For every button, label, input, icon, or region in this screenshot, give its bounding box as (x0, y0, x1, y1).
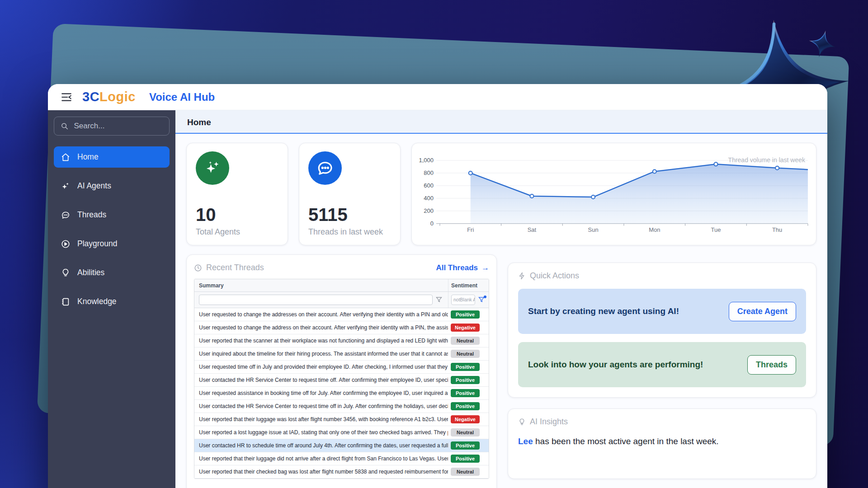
create-agent-text: Start by creating new agent using AI! (528, 306, 679, 316)
sidebar-item-playground[interactable]: Playground (54, 233, 170, 254)
threads-banner-text: Look into how your agents are performing… (528, 360, 703, 370)
table-row[interactable]: User requested time off in July and prov… (194, 361, 489, 374)
main-area: Home 10 Total Agents (175, 110, 827, 488)
table-header-row: Summary Sentiment (194, 279, 489, 292)
search-icon (61, 122, 68, 131)
thread-sentiment-cell: Neutral (448, 334, 489, 347)
threads-week-value: 5115 (308, 205, 391, 225)
thread-sentiment-cell: Neutral (448, 465, 489, 478)
x-axis-tick-label: Sat (528, 226, 537, 233)
thread-sentiment-cell: Positive (448, 387, 489, 399)
threads-button[interactable]: Threads (747, 355, 796, 375)
table-row[interactable]: User requested to change the addresses o… (194, 308, 489, 321)
column-header-sentiment[interactable]: Sentiment (448, 279, 489, 291)
thread-sentiment-cell: Negative (448, 413, 489, 426)
table-filter-row: notBlank Al (194, 292, 489, 308)
threads-week-label: Threads in last week (308, 227, 391, 237)
ai-insights-title-row: AI Insights (518, 417, 806, 427)
table-row[interactable]: User inquired about the timeline for the… (194, 347, 489, 361)
app-title: Voice AI Hub (149, 91, 215, 103)
all-threads-link[interactable]: All Threads → (436, 263, 489, 272)
table-row[interactable]: User contacted the HR Service Center to … (194, 374, 489, 387)
home-icon (61, 152, 71, 162)
sentiment-badge: Negative (451, 415, 480, 423)
all-threads-label: All Threads (436, 263, 478, 272)
y-axis-tick-label: 800 (424, 169, 434, 176)
sidebar-item-ai-agents[interactable]: AI Agents (54, 175, 170, 197)
sidebar-item-home[interactable]: Home (54, 146, 170, 168)
sidebar-item-knowledge[interactable]: Knowledge (54, 291, 170, 312)
x-axis-tick-label: Fri (467, 226, 474, 233)
thread-summary-cell: User contacted the HR Service Center to … (194, 377, 448, 383)
sidebar-collapse-icon[interactable] (60, 90, 73, 104)
summary-filter-funnel-icon[interactable] (435, 296, 443, 304)
page-title: Home (187, 117, 816, 127)
sidebar-item-label: Home (77, 152, 99, 162)
recent-threads-title: Recent Threads (206, 263, 264, 272)
recent-threads-title-row: Recent Threads (194, 263, 264, 272)
sentiment-filter-value[interactable]: notBlank Al (451, 295, 475, 305)
thread-summary-cell: User requested to change the addresses o… (194, 311, 448, 318)
summary-filter-input[interactable] (199, 295, 433, 305)
sentiment-badge: Neutral (451, 428, 480, 436)
sentiment-badge: Negative (451, 324, 480, 332)
table-row[interactable]: User reported that the scanner at their … (194, 334, 489, 347)
sentiment-badge: Neutral (451, 350, 480, 358)
lightning-icon (518, 272, 526, 280)
sidebar-item-threads[interactable]: Threads (54, 204, 170, 225)
sparkles-icon (61, 181, 71, 191)
search-input[interactable] (74, 122, 163, 131)
chart-data-point (591, 195, 595, 199)
sidebar-nav: HomeAI AgentsThreadsPlaygroundAbilitiesK… (54, 146, 170, 312)
thread-summary-cell: User reported that their luggage did not… (194, 455, 448, 462)
threads-banner: Look into how your agents are performing… (518, 342, 806, 387)
table-row[interactable]: User reported a lost luggage issue at IA… (194, 426, 489, 439)
thread-summary-cell: User contacted HR to schedule time off a… (194, 442, 448, 449)
chart-data-point (469, 171, 472, 175)
table-row[interactable]: User reported that their luggage was los… (194, 413, 489, 426)
total-agents-label: Total Agents (196, 227, 278, 237)
table-row[interactable]: User requested to change the address on … (194, 321, 489, 334)
y-axis-tick-label: 600 (424, 182, 434, 189)
thread-sentiment-cell: Negative (448, 321, 489, 334)
sidebar-item-abilities[interactable]: Abilities (54, 262, 170, 283)
page-content: 10 Total Agents 5115 Threads in last wee… (175, 134, 827, 488)
table-row[interactable]: User requested assistance in booking tim… (194, 387, 489, 400)
ai-insights-title: AI Insights (530, 417, 568, 427)
table-row[interactable]: User contacted the HR Service Center to … (194, 400, 489, 413)
thread-summary-cell: User requested assistance in booking tim… (194, 390, 448, 396)
recent-threads-card: Recent Threads All Threads → Summary Sen… (186, 254, 497, 488)
y-axis-tick-label: 400 (424, 195, 434, 202)
chart-data-point (775, 166, 779, 170)
sentiment-filter-funnel-icon[interactable] (478, 296, 486, 304)
chart-legend: Thread volume in last week (728, 156, 805, 164)
table-row[interactable]: User contacted HR to schedule time off a… (194, 439, 489, 452)
chat-icon (61, 210, 71, 220)
x-axis-tick-label: Mon (649, 226, 660, 233)
play-icon (61, 239, 71, 249)
y-axis-tick-label: 0 (430, 220, 434, 227)
thread-summary-cell: User reported that their checked bag was… (194, 469, 448, 475)
sidebar-item-label: Knowledge (77, 297, 117, 306)
insight-agent-name: Lee (518, 436, 533, 446)
threads-table: Summary Sentiment (194, 279, 489, 479)
y-axis-tick-label: 1,000 (419, 157, 433, 164)
arrow-right-icon: → (481, 263, 489, 272)
quick-actions-title-row: Quick Actions (518, 271, 806, 281)
table-row[interactable]: User reported that their checked bag was… (194, 465, 489, 479)
stat-card-total-agents: 10 Total Agents (186, 143, 288, 245)
x-axis-tick-label: Thu (772, 226, 782, 233)
sentiment-badge: Positive (451, 310, 480, 319)
table-row[interactable]: User reported that their luggage did not… (194, 452, 489, 465)
thread-sentiment-cell: Positive (448, 400, 489, 413)
sentiment-badge: Positive (451, 363, 480, 371)
clock-icon (194, 264, 202, 272)
brand-part-1: 3C (82, 89, 99, 104)
table-body: User requested to change the addresses o… (194, 308, 489, 479)
filter-active-dot (484, 296, 486, 298)
create-agent-button[interactable]: Create Agent (729, 302, 796, 321)
column-header-summary[interactable]: Summary (194, 282, 448, 289)
create-agent-banner: Start by creating new agent using AI! Cr… (518, 289, 806, 334)
chart-data-point (714, 162, 717, 166)
sentiment-badge: Positive (451, 441, 480, 450)
